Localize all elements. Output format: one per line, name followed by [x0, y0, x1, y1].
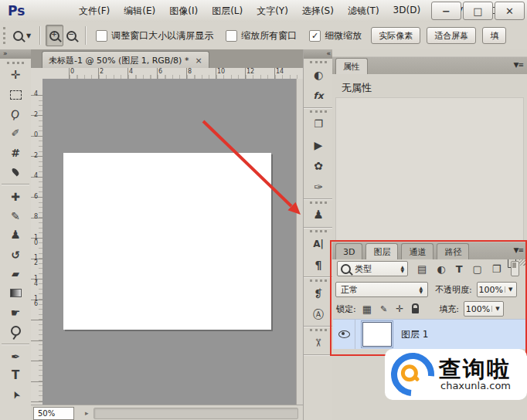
dodge-tool[interactable] [0, 322, 31, 341]
window-close-button[interactable]: ✕ [495, 2, 525, 20]
panel-grip[interactable] [310, 329, 327, 331]
window-maximize-button[interactable]: □ [463, 2, 493, 20]
document-canvas[interactable] [63, 153, 271, 330]
divider [0, 341, 31, 347]
brush-presets-panel-button[interactable]: ✑ [304, 176, 333, 197]
smudge-tool[interactable]: ☛ [0, 303, 31, 322]
tools-panel-grip[interactable] [7, 62, 24, 64]
menu-item[interactable]: 选择(S) [302, 5, 334, 18]
move-tool[interactable]: ✛ [0, 66, 31, 85]
divider [304, 227, 333, 228]
clone-stamp-tool[interactable]: ♟ [0, 225, 31, 245]
status-flyout-icon[interactable]: ▸ [85, 409, 89, 417]
brush-tool[interactable]: ✎ [0, 206, 31, 225]
tool-presets-panel-button[interactable]: ✿ [304, 155, 333, 176]
brush-panel-panel-button[interactable]: ❐ [304, 113, 333, 134]
eraser-tool[interactable]: ▰ [0, 264, 31, 283]
tab-路径[interactable]: 路径 [437, 243, 469, 259]
opacity-value: 100% [478, 285, 505, 295]
panel-grip[interactable] [310, 230, 327, 232]
blend-mode-dropdown[interactable]: 正常 [335, 282, 428, 297]
clone-source-panel-button[interactable]: ♟ [304, 205, 333, 225]
panel-dock: « ◐fx❐▶✿✑♟A|¶❡Ⓐ✂ [303, 49, 334, 420]
zoom-in-button[interactable]: + [46, 25, 63, 46]
shape-filter-icon[interactable]: ▢ [473, 264, 482, 274]
menu-item[interactable]: 图层(L) [212, 5, 243, 18]
actions-panel-button[interactable]: ▶ [304, 134, 333, 155]
pen-tool[interactable]: ✒ [0, 347, 31, 366]
filter-type-dropdown[interactable]: 类型 [337, 261, 408, 276]
zoom-level-input[interactable]: 50% [33, 407, 74, 420]
option-checkbox[interactable]: 缩放所有窗口 [226, 29, 297, 42]
ruler-number: 1 0 [31, 235, 41, 246]
layer-row[interactable]: 图层 1 [333, 319, 526, 349]
panel-grip[interactable] [310, 110, 327, 113]
window-minimize-button[interactable]: − [431, 2, 461, 20]
menu-item[interactable]: 文件(F) [79, 5, 110, 18]
panel-grip[interactable] [310, 61, 327, 63]
panel-grip[interactable] [310, 279, 327, 282]
tab-图层[interactable]: 图层 [366, 243, 398, 259]
options-bar-grip[interactable] [3, 27, 5, 44]
brush-panel-icon: ❐ [314, 119, 323, 129]
canvas-area[interactable] [42, 79, 296, 405]
menu-item[interactable]: 文字(Y) [257, 5, 288, 18]
character-styles-panel-button[interactable]: ❡ [304, 283, 333, 303]
panel-dock-collapse[interactable]: « [304, 49, 333, 59]
zoom-out-button[interactable]: − [63, 25, 80, 46]
options-button[interactable]: 实际像素 [371, 27, 420, 44]
option-checkbox[interactable]: 调整窗口大小以满屏显示 [96, 29, 213, 42]
rect-marquee-tool[interactable] [0, 85, 31, 104]
layer-visibility-toggle[interactable] [333, 320, 355, 349]
adjustment-filter-icon[interactable]: ◐ [437, 264, 445, 274]
panel-grip[interactable] [310, 202, 327, 204]
history-brush-tool[interactable]: ↺ [0, 245, 31, 264]
pixel-filter-icon[interactable]: ▤ [417, 264, 427, 274]
lock-paint-icon[interactable]: ✎ [380, 305, 387, 313]
tab-通道[interactable]: 通道 [401, 243, 434, 259]
eyedropper-tool[interactable] [0, 162, 31, 181]
layer-thumbnail[interactable] [362, 322, 392, 347]
checkbox-checked-icon[interactable]: ✓ [309, 30, 321, 42]
document-tab[interactable]: 未标题-1 @ 50% (图层 1, RGB/8) * × [42, 51, 209, 69]
styles-panel-button[interactable]: fx [304, 85, 333, 106]
lock-all-icon[interactable] [412, 308, 419, 313]
crop-tool[interactable]: # [0, 143, 31, 162]
paragraph-styles-panel-button[interactable]: Ⓐ [304, 303, 333, 324]
tab-properties[interactable]: 属性 [335, 58, 368, 74]
horizontal-scrollbar[interactable] [94, 408, 298, 419]
tools-panel-collapse[interactable]: » [0, 49, 31, 59]
paragraph-panel-panel-button[interactable]: ¶ [304, 254, 333, 275]
checkbox-icon[interactable] [226, 30, 237, 42]
menu-item[interactable]: 3D(D) [393, 5, 420, 18]
options-button[interactable]: 填 [482, 27, 506, 44]
misc-tools-panel-button[interactable]: ✂ [304, 332, 333, 353]
opacity-dropdown[interactable]: 100% ▼ [477, 282, 517, 297]
gradient-tool[interactable] [0, 283, 31, 303]
adjustments-panel-button[interactable]: ◐ [304, 64, 333, 85]
zoom-tool-icon: − [66, 31, 76, 41]
lock-position-icon[interactable]: ✛ [396, 304, 403, 313]
type-filter-icon[interactable]: T [456, 264, 463, 274]
spot-healing-tool[interactable]: ✚ [0, 187, 31, 206]
type-tool[interactable]: T [0, 366, 31, 385]
fill-dropdown[interactable]: 100% ▼ [464, 301, 504, 317]
checkbox-icon[interactable] [96, 30, 107, 42]
smart-object-filter-icon[interactable]: ❐ [492, 264, 502, 274]
character-panel-panel-button[interactable]: A| [304, 233, 333, 254]
lasso-tool[interactable]: Ϙ [0, 104, 31, 124]
options-button[interactable]: 适合屏幕 [427, 27, 476, 44]
filter-toggle-switch[interactable] [511, 261, 519, 276]
menu-item[interactable]: 图像(I) [169, 5, 198, 18]
option-checkbox[interactable]: ✓细微缩放 [309, 29, 362, 42]
menu-item[interactable]: 编辑(E) [124, 5, 155, 18]
panel-menu-icon[interactable]: ▼≡ [514, 61, 523, 69]
quick-selection-tool[interactable]: ✐ [0, 124, 31, 143]
tab-3D[interactable]: 3D [335, 243, 362, 259]
close-icon[interactable]: × [195, 56, 202, 66]
panel-menu-icon[interactable]: ▼≡ [514, 246, 523, 254]
path-selection-tool[interactable]: ➤ [0, 385, 31, 405]
lock-transparency-icon[interactable]: ▦ [362, 304, 372, 314]
menu-item[interactable]: 滤镜(T) [348, 5, 379, 18]
zoom-tool-button[interactable]: ▼ [10, 25, 34, 46]
